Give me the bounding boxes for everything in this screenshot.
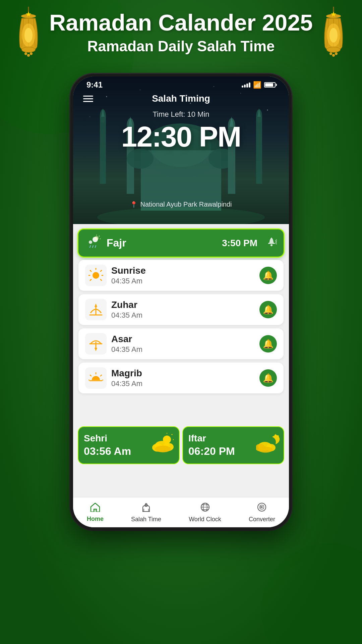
- bottom-nav: Home Salah Time: [73, 497, 289, 527]
- salah-time-label: Salah Time: [131, 516, 161, 523]
- nav-home[interactable]: Home: [87, 502, 104, 523]
- svg-point-62: [93, 272, 99, 279]
- hamburger-menu[interactable]: [83, 96, 93, 102]
- sunrise-name: Sunrise: [111, 265, 255, 276]
- phone-mockup: 9:41 📶 Salah Timing: [70, 74, 292, 530]
- svg-line-67: [90, 270, 91, 271]
- prayer-row-asar[interactable]: Asar 04:35 Am 🔔: [78, 328, 284, 359]
- fajr-time: 3:50 PM: [222, 238, 257, 249]
- svg-line-80: [90, 375, 91, 376]
- converter-label: Converter: [249, 516, 275, 523]
- svg-marker-74: [95, 348, 97, 351]
- location-text: National Ayub Park Rawalpindi: [140, 201, 232, 208]
- svg-line-58: [90, 246, 90, 248]
- svg-rect-99: [94, 509, 97, 512]
- svg-line-64: [101, 270, 102, 271]
- svg-point-54: [95, 236, 99, 240]
- magrib-name: Magrib: [111, 368, 255, 379]
- sehri-card: Sehri 03:56 Am: [78, 427, 179, 464]
- nav-world-clock[interactable]: World Clock: [189, 502, 221, 523]
- fajr-name: Fajr: [107, 237, 217, 249]
- svg-point-98: [258, 446, 273, 452]
- asar-name: Asar: [111, 334, 255, 344]
- zuhar-name: Zuhar: [111, 300, 255, 310]
- svg-line-56: [99, 236, 100, 236]
- svg-line-66: [101, 279, 102, 280]
- svg-line-81: [101, 375, 102, 376]
- nav-converter[interactable]: $€ Converter: [249, 502, 275, 523]
- prayer-row-sunrise[interactable]: Sunrise 04:35 Am 🔔: [78, 260, 284, 291]
- svg-point-77: [92, 376, 100, 384]
- status-icons: 📶: [242, 81, 276, 89]
- asar-info: Asar 04:35 Am: [111, 334, 255, 354]
- app-subtitle: Ramadan Daily Salah Time: [0, 38, 362, 55]
- svg-marker-71: [95, 304, 97, 307]
- iftar-weather-icon: [256, 433, 280, 458]
- sehri-iftar-cards: Sehri 03:56 Am: [78, 427, 284, 464]
- status-time: 9:41: [86, 80, 103, 90]
- nav-salah-time[interactable]: Salah Time: [131, 502, 161, 523]
- salah-time-icon: [141, 502, 151, 515]
- asar-time: 04:35 Am: [111, 345, 255, 354]
- magrib-icon-bg: [85, 367, 107, 389]
- converter-icon: $€: [257, 502, 267, 515]
- fajr-weather-icon: [85, 235, 101, 251]
- magrib-time: 04:35 Am: [111, 379, 255, 388]
- phone-header: Salah Timing: [73, 93, 289, 104]
- svg-text:$€: $€: [260, 506, 263, 508]
- svg-point-53: [89, 240, 92, 244]
- prayer-row-zuhar[interactable]: Zuhar 04:35 Am 🔔: [78, 294, 284, 325]
- zuhar-info: Zuhar 04:35 Am: [111, 300, 255, 320]
- world-clock-icon: [200, 502, 210, 515]
- sehri-weather-icon: [152, 433, 176, 458]
- home-label: Home: [87, 516, 104, 523]
- asar-bell-btn[interactable]: 🔔: [259, 335, 277, 353]
- prayer-list: Sunrise 04:35 Am 🔔: [73, 260, 289, 393]
- svg-line-60: [95, 246, 96, 248]
- zuhar-bell-btn[interactable]: 🔔: [259, 301, 277, 318]
- svg-line-69: [90, 279, 91, 280]
- zuhar-icon-bg: [85, 299, 107, 320]
- main-time-display: 12:30 PM: [73, 120, 289, 153]
- svg-point-92: [155, 445, 171, 452]
- fajr-bell-icon[interactable]: [266, 236, 277, 250]
- wifi-icon: 📶: [253, 81, 261, 89]
- zuhar-time: 04:35 Am: [111, 311, 255, 320]
- asar-icon-bg: [85, 333, 107, 355]
- sunrise-time: 04:35 Am: [111, 277, 255, 285]
- battery-icon: [264, 82, 276, 88]
- content-area: Fajr 3:50 PM: [73, 224, 289, 497]
- iftar-card: Iftar 06:20 PM: [183, 427, 284, 464]
- home-icon: [90, 502, 100, 514]
- main-time-text: 12:30 PM: [73, 120, 289, 153]
- header-area: Ramadan Calander 2025 Ramadan Daily Sala…: [0, 10, 362, 55]
- time-left-label: Time Left: 10 Min: [73, 110, 289, 119]
- location-bar: 📍 National Ayub Park Rawalpindi: [73, 201, 289, 208]
- sunrise-info: Sunrise 04:35 Am: [111, 265, 255, 285]
- phone-screen: 9:41 📶 Salah Timing: [73, 76, 289, 527]
- svg-line-59: [93, 246, 93, 248]
- location-pin-icon: 📍: [130, 201, 137, 208]
- svg-line-86: [172, 434, 172, 435]
- sunrise-bell-btn[interactable]: 🔔: [259, 267, 277, 284]
- svg-point-61: [270, 244, 273, 246]
- sunrise-icon-bg: [85, 265, 107, 286]
- phone-header-title: Salah Timing: [152, 93, 210, 104]
- app-title: Ramadan Calander 2025: [0, 10, 362, 35]
- signal-bars: [242, 83, 250, 88]
- prayer-row-magrib[interactable]: Magrib 04:35 Am 🔔: [78, 363, 284, 393]
- fajr-row[interactable]: Fajr 3:50 PM: [78, 229, 284, 257]
- magrib-info: Magrib 04:35 Am: [111, 368, 255, 388]
- world-clock-label: World Clock: [189, 516, 221, 523]
- status-bar: 9:41 📶: [73, 76, 289, 93]
- magrib-bell-btn[interactable]: 🔔: [259, 369, 277, 387]
